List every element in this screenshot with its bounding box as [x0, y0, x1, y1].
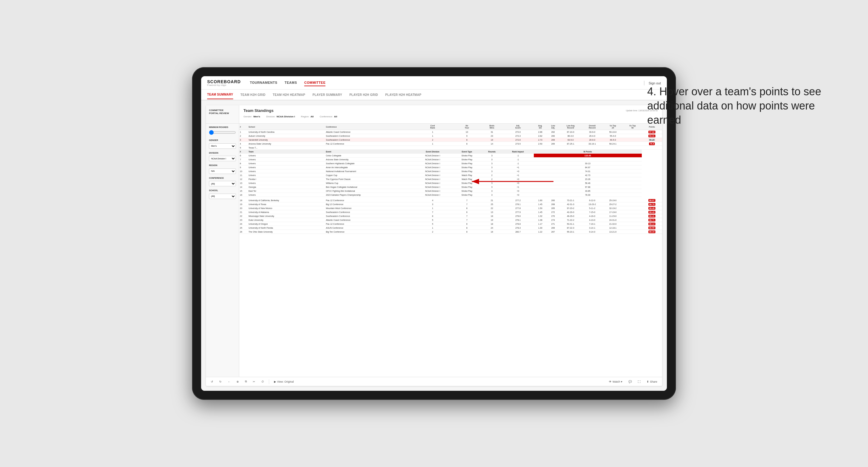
- col-adj-score: Adj.Score: [502, 124, 534, 130]
- gender-select[interactable]: Men's: [209, 143, 236, 149]
- standings-header-row: Team Standings Update time: 13/03/2024 1…: [244, 108, 658, 113]
- min-rounds-slider[interactable]: [209, 130, 236, 135]
- watch-label: Watch ▾: [613, 380, 622, 383]
- share-button[interactable]: ⬆ Share: [645, 380, 658, 384]
- eye-icon: 👁: [609, 380, 612, 383]
- comment-button[interactable]: 💬: [627, 380, 633, 384]
- subnav-team-h2h-heatmap[interactable]: TEAM H2H HEATMAP: [273, 91, 305, 99]
- col-school: School: [248, 124, 326, 130]
- table-row: 5 Texas T...: [239, 146, 662, 150]
- table-row: 4 Arizona State University Pac-12 Confer…: [239, 142, 662, 146]
- standings-table: # School Conference ConfRank NoTour Bnds…: [239, 124, 662, 234]
- division-filter-display: Division: NCAA Division I: [266, 115, 295, 118]
- gender-group: Gender Men's: [209, 139, 236, 149]
- min-rounds-label: Minimum Rounds: [209, 126, 236, 128]
- content-area: Minimum Rounds Gender Men's Division: [206, 124, 662, 377]
- back-button[interactable]: ←: [226, 380, 232, 384]
- col-low-adj: LowAdj.: [547, 124, 559, 130]
- points-value[interactable]: 93.31: [648, 134, 656, 137]
- hover-data-row: 8 Univers Southern Highlands Collegiate …: [239, 161, 662, 165]
- table-row: 21 University of Alabama Southeastern Co…: [239, 210, 662, 214]
- bottom-toolbar: ↺ ↻ ← ⊕ ⧉ ✂ ⏱ ▶ View: Original 👁 Wat: [206, 377, 662, 386]
- toolbar-divider-1: [269, 379, 269, 384]
- copy-button[interactable]: ⧉: [244, 379, 248, 384]
- min-rounds-group: Minimum Rounds: [209, 126, 236, 136]
- hover-data-row: 7 Univers Arizona State University NCAA …: [239, 158, 662, 161]
- table-row: 20 University of New Mexico Mountain Wes…: [239, 206, 662, 210]
- gender-label: Gender: [209, 139, 236, 141]
- hover-data-row: 16 Univers 2023 Sahalee Players Champion…: [239, 193, 662, 197]
- hover-data-row: 6 Univers Celso Collegiate NCAA Division…: [239, 154, 662, 158]
- subnav-team-summary[interactable]: TEAM SUMMARY: [207, 90, 233, 99]
- school-select[interactable]: (All): [209, 194, 236, 199]
- col-bnds-wins: BndsWins: [482, 124, 502, 130]
- annotation-text: 4. Hover over a team's points to see add…: [647, 85, 844, 127]
- points-value[interactable]: 79.5: [649, 143, 655, 145]
- conference-label: Conference: [209, 177, 236, 179]
- expand-button[interactable]: ⛶: [637, 380, 642, 384]
- redo-button[interactable]: ↻: [218, 380, 223, 384]
- main-content: Committee Portal Review Team Standings U…: [201, 100, 667, 391]
- nav-committee[interactable]: COMMITTEE: [304, 80, 326, 86]
- view-icon: ▶: [274, 380, 276, 383]
- hover-data-row: 13 Univers Williams Cup NCAA Division I …: [239, 181, 662, 185]
- school-group: School (All): [209, 189, 236, 199]
- nav-tournaments[interactable]: TOURNAMENTS: [250, 80, 277, 86]
- subnav-player-h2h-heatmap[interactable]: PLAYER H2H HEATMAP: [385, 91, 421, 99]
- app-subtitle: Powered by clippi: [207, 84, 241, 86]
- red-arrow: [469, 173, 559, 196]
- table-row: 19 University of Texas Big 12 Conference…: [239, 203, 662, 206]
- division-group: Division NCAA Division I: [209, 152, 236, 161]
- hover-data-row: 12 Florida I The Cypress Point Classic N…: [239, 177, 662, 181]
- timer-button[interactable]: ⏱: [260, 380, 265, 384]
- region-group: Region N/A: [209, 164, 236, 174]
- table-row: 1 University of North Carolina Atlantic …: [239, 130, 662, 134]
- standings-title: Team Standings: [244, 108, 273, 113]
- division-label: Division: [209, 152, 236, 154]
- tablet-frame: SCOREBOARD Powered by clippi TOURNAMENTS…: [192, 67, 676, 400]
- undo-button[interactable]: ↺: [210, 380, 214, 384]
- tablet-screen: SCOREBOARD Powered by clippi TOURNAMENTS…: [201, 76, 667, 391]
- region-select[interactable]: N/A: [209, 168, 236, 174]
- share-label: Share: [650, 380, 657, 383]
- col-low-avg: Low AvgRecord: [559, 124, 582, 130]
- subnav-player-summary[interactable]: PLAYER SUMMARY: [312, 91, 342, 99]
- sub-nav: TEAM SUMMARY TEAM H2H GRID TEAM H2H HEAT…: [201, 90, 667, 100]
- committee-portal-panel: Committee Portal Review: [206, 105, 239, 123]
- hover-data-row: 14 Georgia Ben Hogan Collegiate Invitati…: [239, 185, 662, 189]
- logo-area: SCOREBOARD Powered by clippi: [207, 79, 241, 86]
- annotation-area: 4. Hover over a team's points to see add…: [647, 85, 844, 133]
- points-value-highlighted[interactable]: 90.20: [648, 138, 656, 141]
- watch-button[interactable]: 👁 Watch ▾: [608, 380, 624, 384]
- table-row-highlighted: 3 Vanderbilt University Southeastern Con…: [239, 138, 662, 142]
- col-conf-rank: ConfRank: [413, 124, 452, 130]
- col-no-tour: NoTour: [452, 124, 482, 130]
- app-title: SCOREBOARD: [207, 79, 241, 84]
- table-row: 23 Duke University Atlantic Coast Confer…: [239, 218, 662, 222]
- conference-select[interactable]: (All): [209, 181, 236, 186]
- nav-teams[interactable]: TEAMS: [285, 80, 297, 86]
- view-original-button[interactable]: ▶ View: Original: [273, 380, 295, 384]
- subnav-team-h2h-grid[interactable]: TEAM H2H GRID: [241, 91, 266, 99]
- region-label: Region: [209, 164, 236, 166]
- division-select[interactable]: NCAA Division I: [209, 156, 236, 161]
- nav-links: TOURNAMENTS TEAMS COMMITTEE: [250, 80, 644, 86]
- filters-row: Gender: Men's Division: NCAA Division I …: [244, 115, 658, 118]
- zoom-button[interactable]: ⊕: [235, 380, 240, 384]
- crop-button[interactable]: ✂: [252, 380, 256, 384]
- subnav-player-h2h-grid[interactable]: PLAYER H2H GRID: [349, 91, 378, 99]
- col-vs-top50: Vs Top50: [623, 124, 642, 130]
- table-row: 24 University of Oregon Pac-12 Conferenc…: [239, 222, 662, 226]
- table-row: 2 Auburn University Southeastern Confere…: [239, 134, 662, 138]
- school-label: School: [209, 189, 236, 191]
- table-row: 18 University of California, Berkeley Pa…: [239, 198, 662, 203]
- hover-data-row: 11 Univers Copper Cup NCAA Division I Ma…: [239, 173, 662, 177]
- sign-out-link[interactable]: Sign out: [649, 81, 661, 85]
- gender-filter-display: Gender: Men's: [244, 115, 260, 118]
- hover-data-row: 15 East Ter OFCC Fighting Illini Invitat…: [239, 189, 662, 193]
- col-rank: #: [239, 124, 248, 130]
- view-label: View: Original: [277, 380, 294, 383]
- app-header: Committee Portal Review Team Standings U…: [206, 105, 662, 124]
- col-vs-top25: Vs Top25: [602, 124, 623, 130]
- top-nav: SCOREBOARD Powered by clippi TOURNAMENTS…: [201, 76, 667, 90]
